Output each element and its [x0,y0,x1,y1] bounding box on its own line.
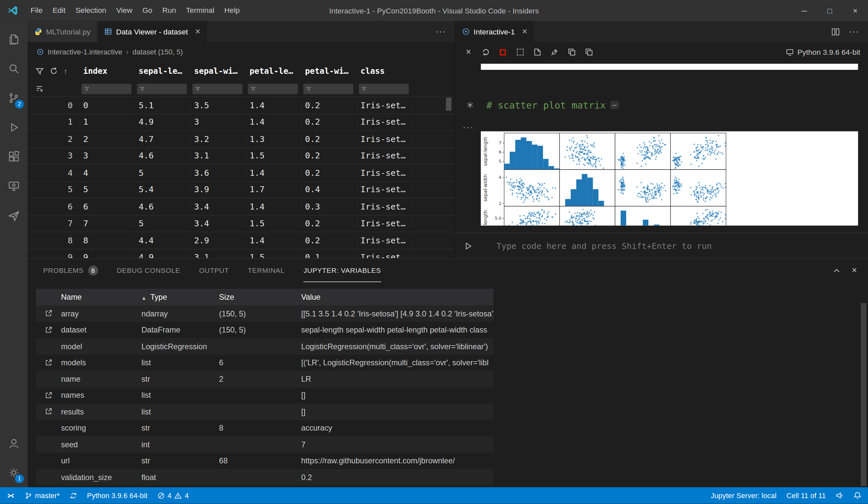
tab-data-viewer-dataset[interactable]: Data Viewer - dataset× [98,21,208,42]
open-in-data-viewer-icon[interactable] [44,326,52,334]
menu-terminal[interactable]: Terminal [181,0,219,21]
variable-row-array[interactable]: arrayndarray(150, 5)[[5.1 3.5 1.4 0.2 'I… [36,305,494,322]
menu-view[interactable]: View [111,0,137,21]
export-notebook-icon[interactable] [529,45,546,59]
kernel-selector[interactable]: Python 3.9.6 64-bit [786,48,868,56]
variable-row-url[interactable]: urlstr68https://raw.githubusercontent.co… [36,452,494,469]
open-in-data-viewer-icon[interactable] [44,408,52,416]
grid-vertical-scrollbar[interactable] [446,97,452,111]
restart-kernel-icon[interactable] [477,45,494,59]
connect-kernel-icon[interactable] [546,45,563,59]
variable-row-names[interactable]: nameslist[] [36,387,494,404]
table-row[interactable]: 555.43.91.70.4Iris-setosa [28,182,455,199]
filter-input-sepal-length[interactable] [137,83,187,94]
variable-row-results[interactable]: resultslist[] [36,403,494,420]
panel-tab-debug-console[interactable]: DEBUG CONSOLE [117,259,180,282]
variables-header-name[interactable]: Name [61,293,142,301]
variable-row-seed[interactable]: seedint7 [36,436,494,452]
column-header-petal-width[interactable]: petal-width [302,66,358,75]
open-in-data-viewer-icon[interactable] [44,358,52,367]
python-interpreter-indicator[interactable]: Python 3.9.6 64-bit [87,491,147,500]
breadcrumb-root[interactable]: Interactive-1.interactive [48,48,122,56]
filter-input-class[interactable] [359,83,409,94]
table-row[interactable]: 994.93.11.50.1Iris-setosa [28,249,455,259]
close-tab-icon[interactable]: × [195,27,200,36]
jupyter-server-indicator[interactable]: Jupyter Server: local [711,491,776,500]
column-header-class[interactable]: class [358,66,413,75]
refresh-icon[interactable] [50,67,58,75]
tab-interactive-1[interactable]: Interactive-1× [455,21,535,42]
table-row[interactable]: 114.931.40.2Iris-setosa [28,114,455,131]
feedback-button[interactable] [836,492,844,500]
panel-tab-terminal[interactable]: TERMINAL [248,259,285,282]
menu-file[interactable]: File [25,0,48,21]
close-panel-icon[interactable]: × [851,266,857,275]
panel-tab-problems[interactable]: PROBLEMS8 [43,259,98,282]
filter-input-petal-length[interactable] [248,83,298,94]
table-row[interactable]: 334.63.11.50.2Iris-setosa [28,148,455,165]
column-header-petal-length[interactable]: petal-length [247,66,302,75]
maximize-panel-icon[interactable] [832,266,840,274]
variable-row-dataset[interactable]: datasetDataFrame(150, 5)sepal-length sep… [36,322,494,338]
variable-row-scoring[interactable]: scoringstr8accuracy [36,420,494,436]
folded-code-indicator[interactable]: ⋯ [610,101,619,109]
breadcrumb-leaf[interactable]: dataset (150, 5) [133,48,183,56]
menu-edit[interactable]: Edit [48,0,71,21]
column-header-index[interactable]: index [80,66,136,75]
minimize-button[interactable]: ─ [792,0,817,21]
editor-actions-more-icon[interactable]: ··· [435,27,446,36]
filter-input-index[interactable] [81,83,131,94]
interactive-input[interactable]: Type code here and press Shift+Enter to … [496,241,712,251]
sort-direction-icon[interactable]: ↑ [64,67,67,75]
menu-run[interactable]: Run [157,0,181,21]
cell-gutter-icon[interactable] [466,101,474,108]
table-row[interactable]: 005.13.51.40.2Iris-setosa [28,97,455,114]
column-header-sepal-width[interactable]: sepal-width [191,66,247,75]
open-in-data-viewer-icon[interactable] [44,309,52,317]
table-row[interactable]: 7753.41.50.2Iris-setosa [28,216,455,232]
filter-funnel-icon[interactable] [35,67,44,75]
notifications-button[interactable] [854,492,861,500]
copy-icon[interactable] [563,45,580,59]
sidebar-item-account[interactable] [0,428,28,458]
variable-row-name[interactable]: namestr2LR [36,371,494,387]
variable-row-model[interactable]: modelLogisticRegressionLogisticRegressio… [36,338,494,355]
sidebar-item-remote-explorer[interactable] [0,171,28,201]
menu-go[interactable]: Go [137,0,157,21]
variable-row-models[interactable]: modelslist6[('LR', LogisticRegression(mu… [36,355,494,371]
clear-filters-icon[interactable] [35,85,43,93]
git-branch-indicator[interactable]: master* [25,491,60,500]
menu-help[interactable]: Help [219,0,245,21]
clear-all-icon[interactable]: × [460,45,477,59]
maximize-button[interactable]: □ [817,0,843,21]
sidebar-item-extensions[interactable] [0,142,28,171]
column-header-sepal-length[interactable]: sepal-length [136,66,191,75]
variables-header-size[interactable]: Size [219,293,301,301]
problems-indicator[interactable]: 4 4 [157,491,189,500]
menu-selection[interactable]: Selection [71,0,111,21]
remote-indicator[interactable] [7,491,15,500]
cell-indicator[interactable]: Cell 11 of 11 [786,491,826,500]
sidebar-item-paper-plane[interactable] [0,201,28,230]
interrupt-kernel-icon[interactable] [494,45,511,59]
sidebar-item-run-debug[interactable] [0,113,28,142]
editor-actions-more-icon[interactable]: ··· [849,27,859,36]
cell-actions-more-icon[interactable]: ··· [463,122,474,133]
panel-vertical-scrollbar[interactable] [861,303,866,486]
sync-changes[interactable] [70,492,77,499]
table-row[interactable]: 4453.61.40.2Iris-setosa [28,165,455,182]
table-row[interactable]: 884.42.91.40.2Iris-setosa [28,232,455,249]
table-row[interactable]: 664.63.41.40.3Iris-setosa [28,198,455,216]
split-editor-icon[interactable] [831,28,839,36]
copy-icon[interactable] [580,45,597,59]
run-cell-button[interactable] [455,242,481,250]
close-tab-icon[interactable]: × [522,27,527,36]
open-in-data-viewer-icon[interactable] [44,391,52,399]
close-window-button[interactable]: × [843,0,868,21]
variables-header-type[interactable]: ▲Type [142,293,219,301]
sidebar-item-search[interactable] [0,54,28,83]
tab-mltutorial-py[interactable]: MLTutorial.py [28,21,98,42]
sidebar-item-explorer[interactable] [0,24,28,54]
variables-header-value[interactable]: Value [301,293,494,301]
filter-input-petal-width[interactable] [303,83,353,94]
